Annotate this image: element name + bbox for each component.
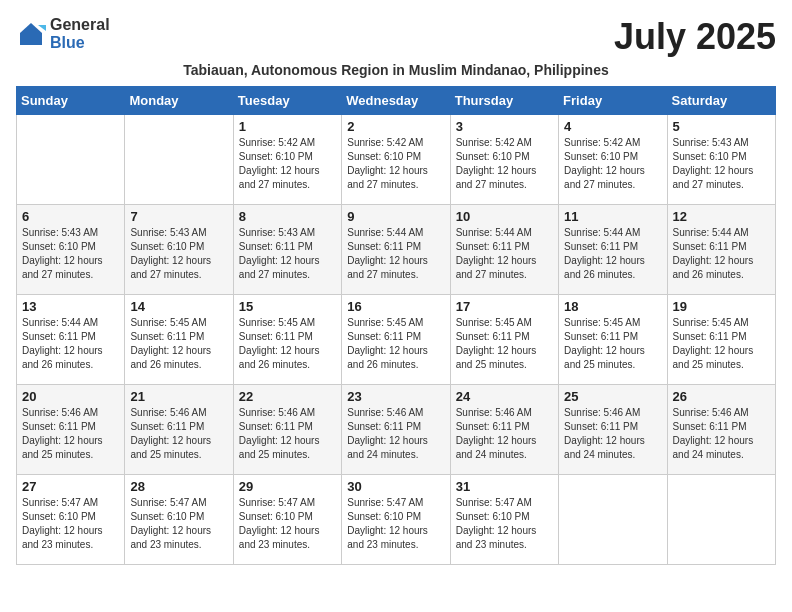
day-number: 23: [347, 389, 444, 404]
day-cell: 20Sunrise: 5:46 AM Sunset: 6:11 PM Dayli…: [17, 385, 125, 475]
day-cell: 17Sunrise: 5:45 AM Sunset: 6:11 PM Dayli…: [450, 295, 558, 385]
logo-blue-text: Blue: [50, 34, 110, 52]
day-cell: 31Sunrise: 5:47 AM Sunset: 6:10 PM Dayli…: [450, 475, 558, 565]
day-info: Sunrise: 5:47 AM Sunset: 6:10 PM Dayligh…: [239, 496, 336, 552]
day-number: 25: [564, 389, 661, 404]
day-cell: 23Sunrise: 5:46 AM Sunset: 6:11 PM Dayli…: [342, 385, 450, 475]
day-info: Sunrise: 5:45 AM Sunset: 6:11 PM Dayligh…: [564, 316, 661, 372]
day-number: 9: [347, 209, 444, 224]
day-number: 21: [130, 389, 227, 404]
day-cell: 13Sunrise: 5:44 AM Sunset: 6:11 PM Dayli…: [17, 295, 125, 385]
day-number: 13: [22, 299, 119, 314]
day-info: Sunrise: 5:46 AM Sunset: 6:11 PM Dayligh…: [22, 406, 119, 462]
header-row: SundayMondayTuesdayWednesdayThursdayFrid…: [17, 87, 776, 115]
header-sunday: Sunday: [17, 87, 125, 115]
day-info: Sunrise: 5:43 AM Sunset: 6:10 PM Dayligh…: [22, 226, 119, 282]
logo-text: General Blue: [50, 16, 110, 51]
day-number: 19: [673, 299, 770, 314]
day-info: Sunrise: 5:46 AM Sunset: 6:11 PM Dayligh…: [130, 406, 227, 462]
day-number: 29: [239, 479, 336, 494]
svg-marker-1: [38, 25, 46, 31]
day-info: Sunrise: 5:42 AM Sunset: 6:10 PM Dayligh…: [347, 136, 444, 192]
header-friday: Friday: [559, 87, 667, 115]
day-cell: 3Sunrise: 5:42 AM Sunset: 6:10 PM Daylig…: [450, 115, 558, 205]
day-info: Sunrise: 5:45 AM Sunset: 6:11 PM Dayligh…: [239, 316, 336, 372]
day-number: 5: [673, 119, 770, 134]
day-info: Sunrise: 5:46 AM Sunset: 6:11 PM Dayligh…: [239, 406, 336, 462]
day-number: 31: [456, 479, 553, 494]
calendar-body: 1Sunrise: 5:42 AM Sunset: 6:10 PM Daylig…: [17, 115, 776, 565]
day-cell: 14Sunrise: 5:45 AM Sunset: 6:11 PM Dayli…: [125, 295, 233, 385]
day-info: Sunrise: 5:45 AM Sunset: 6:11 PM Dayligh…: [673, 316, 770, 372]
day-cell: 4Sunrise: 5:42 AM Sunset: 6:10 PM Daylig…: [559, 115, 667, 205]
day-cell: [17, 115, 125, 205]
day-cell: 25Sunrise: 5:46 AM Sunset: 6:11 PM Dayli…: [559, 385, 667, 475]
day-cell: 12Sunrise: 5:44 AM Sunset: 6:11 PM Dayli…: [667, 205, 775, 295]
day-cell: 6Sunrise: 5:43 AM Sunset: 6:10 PM Daylig…: [17, 205, 125, 295]
day-info: Sunrise: 5:47 AM Sunset: 6:10 PM Dayligh…: [456, 496, 553, 552]
logo-icon: [16, 19, 46, 49]
header-thursday: Thursday: [450, 87, 558, 115]
day-number: 17: [456, 299, 553, 314]
day-number: 4: [564, 119, 661, 134]
day-number: 6: [22, 209, 119, 224]
day-number: 15: [239, 299, 336, 314]
day-info: Sunrise: 5:44 AM Sunset: 6:11 PM Dayligh…: [456, 226, 553, 282]
day-info: Sunrise: 5:44 AM Sunset: 6:11 PM Dayligh…: [347, 226, 444, 282]
day-info: Sunrise: 5:46 AM Sunset: 6:11 PM Dayligh…: [347, 406, 444, 462]
day-number: 7: [130, 209, 227, 224]
day-info: Sunrise: 5:44 AM Sunset: 6:11 PM Dayligh…: [564, 226, 661, 282]
day-number: 16: [347, 299, 444, 314]
day-cell: 21Sunrise: 5:46 AM Sunset: 6:11 PM Dayli…: [125, 385, 233, 475]
day-number: 20: [22, 389, 119, 404]
day-number: 22: [239, 389, 336, 404]
week-row-4: 27Sunrise: 5:47 AM Sunset: 6:10 PM Dayli…: [17, 475, 776, 565]
svg-marker-0: [20, 23, 42, 45]
day-info: Sunrise: 5:46 AM Sunset: 6:11 PM Dayligh…: [456, 406, 553, 462]
day-info: Sunrise: 5:45 AM Sunset: 6:11 PM Dayligh…: [456, 316, 553, 372]
day-info: Sunrise: 5:45 AM Sunset: 6:11 PM Dayligh…: [347, 316, 444, 372]
calendar-header: SundayMondayTuesdayWednesdayThursdayFrid…: [17, 87, 776, 115]
day-cell: 29Sunrise: 5:47 AM Sunset: 6:10 PM Dayli…: [233, 475, 341, 565]
day-cell: 26Sunrise: 5:46 AM Sunset: 6:11 PM Dayli…: [667, 385, 775, 475]
day-number: 11: [564, 209, 661, 224]
day-number: 2: [347, 119, 444, 134]
day-cell: 30Sunrise: 5:47 AM Sunset: 6:10 PM Dayli…: [342, 475, 450, 565]
day-info: Sunrise: 5:45 AM Sunset: 6:11 PM Dayligh…: [130, 316, 227, 372]
day-cell: 11Sunrise: 5:44 AM Sunset: 6:11 PM Dayli…: [559, 205, 667, 295]
day-number: 30: [347, 479, 444, 494]
day-cell: 16Sunrise: 5:45 AM Sunset: 6:11 PM Dayli…: [342, 295, 450, 385]
day-info: Sunrise: 5:46 AM Sunset: 6:11 PM Dayligh…: [564, 406, 661, 462]
day-info: Sunrise: 5:44 AM Sunset: 6:11 PM Dayligh…: [22, 316, 119, 372]
day-info: Sunrise: 5:43 AM Sunset: 6:10 PM Dayligh…: [673, 136, 770, 192]
day-cell: [125, 115, 233, 205]
day-cell: [667, 475, 775, 565]
logo: General Blue: [16, 16, 110, 51]
header-wednesday: Wednesday: [342, 87, 450, 115]
header-tuesday: Tuesday: [233, 87, 341, 115]
day-number: 28: [130, 479, 227, 494]
day-cell: 9Sunrise: 5:44 AM Sunset: 6:11 PM Daylig…: [342, 205, 450, 295]
day-cell: 5Sunrise: 5:43 AM Sunset: 6:10 PM Daylig…: [667, 115, 775, 205]
day-cell: 19Sunrise: 5:45 AM Sunset: 6:11 PM Dayli…: [667, 295, 775, 385]
day-info: Sunrise: 5:42 AM Sunset: 6:10 PM Dayligh…: [564, 136, 661, 192]
day-cell: 27Sunrise: 5:47 AM Sunset: 6:10 PM Dayli…: [17, 475, 125, 565]
month-title: July 2025: [614, 16, 776, 58]
day-cell: 10Sunrise: 5:44 AM Sunset: 6:11 PM Dayli…: [450, 205, 558, 295]
day-number: 3: [456, 119, 553, 134]
day-cell: 28Sunrise: 5:47 AM Sunset: 6:10 PM Dayli…: [125, 475, 233, 565]
day-info: Sunrise: 5:42 AM Sunset: 6:10 PM Dayligh…: [239, 136, 336, 192]
day-info: Sunrise: 5:44 AM Sunset: 6:11 PM Dayligh…: [673, 226, 770, 282]
day-cell: 7Sunrise: 5:43 AM Sunset: 6:10 PM Daylig…: [125, 205, 233, 295]
day-number: 24: [456, 389, 553, 404]
day-number: 1: [239, 119, 336, 134]
day-cell: 1Sunrise: 5:42 AM Sunset: 6:10 PM Daylig…: [233, 115, 341, 205]
day-cell: [559, 475, 667, 565]
day-number: 8: [239, 209, 336, 224]
week-row-1: 6Sunrise: 5:43 AM Sunset: 6:10 PM Daylig…: [17, 205, 776, 295]
day-cell: 22Sunrise: 5:46 AM Sunset: 6:11 PM Dayli…: [233, 385, 341, 475]
day-info: Sunrise: 5:42 AM Sunset: 6:10 PM Dayligh…: [456, 136, 553, 192]
logo-general-text: General: [50, 16, 110, 34]
header: General Blue July 2025: [16, 16, 776, 58]
day-number: 12: [673, 209, 770, 224]
